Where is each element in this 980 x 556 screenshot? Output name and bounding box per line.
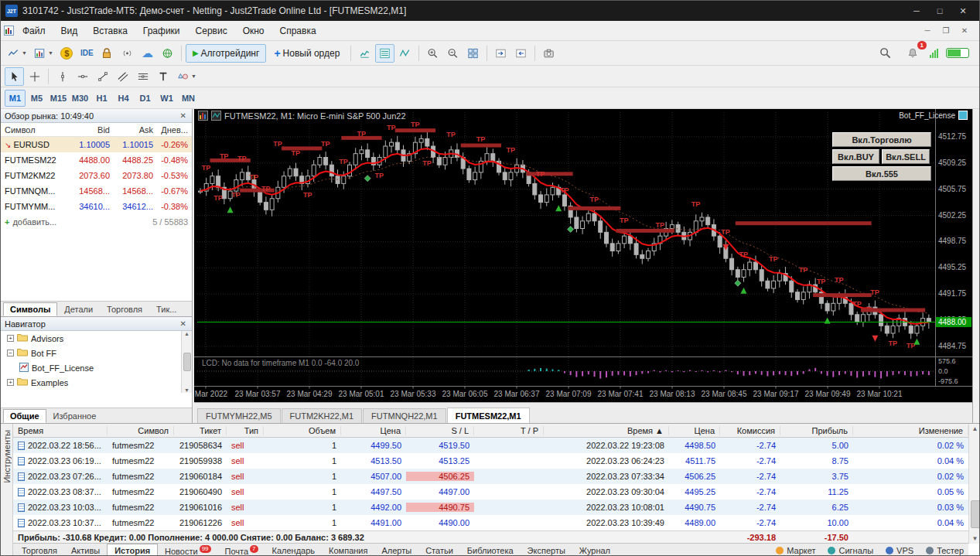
- text-tool-button[interactable]: [153, 67, 172, 86]
- timeframe-button-m5[interactable]: M5: [26, 90, 47, 107]
- navigator-item-bot-ff-license[interactable]: Bot_FF_License: [1, 360, 192, 375]
- timeframe-button-w1[interactable]: W1: [156, 90, 177, 107]
- toolbox-vertical-title[interactable]: Инструменты: [1, 424, 13, 556]
- history-column-2[interactable]: Тикет: [174, 426, 227, 435]
- navigator-item-examples[interactable]: +Examples: [1, 375, 192, 390]
- toolbox-tab-почта[interactable]: Почта7: [218, 544, 265, 556]
- status-item-market[interactable]: Маркет: [776, 546, 815, 555]
- scroll-up-icon[interactable]: ▲: [184, 331, 190, 336]
- collapse-icon[interactable]: −: [7, 350, 14, 356]
- market-watch-row[interactable]: FUTM2KM222073.602073.80-0.53%: [1, 168, 192, 183]
- zoom-in-button[interactable]: [423, 44, 442, 63]
- timeframe-button-mn[interactable]: MN: [178, 90, 199, 107]
- history-column-4[interactable]: Объем: [264, 426, 341, 435]
- history-row[interactable]: 2022.03.23 07:26...futmesm22219060184sel…: [13, 469, 968, 484]
- history-column-5[interactable]: Цена: [341, 426, 406, 435]
- history-column-9[interactable]: Цена: [669, 426, 720, 435]
- history-column-1[interactable]: Символ: [108, 426, 174, 435]
- toggle-555-button[interactable]: Вкл.555: [832, 166, 931, 181]
- tab-Тик...[interactable]: Тик...: [149, 302, 183, 316]
- toolbox-tab-календарь[interactable]: Календарь: [265, 545, 323, 556]
- menu-item-insert[interactable]: Вставка: [86, 23, 135, 39]
- tab-Общие[interactable]: Общие: [3, 409, 46, 423]
- menu-item-service[interactable]: Сервис: [189, 23, 234, 39]
- chart-tab-futmesm22-m1[interactable]: FUTMESM22,M1: [447, 408, 530, 423]
- shapes-tool-button[interactable]: ▼: [173, 67, 200, 86]
- dock-left-button[interactable]: [511, 44, 531, 63]
- status-item-tester[interactable]: Тестер: [926, 546, 964, 555]
- toolbox-tab-активы[interactable]: Активы: [64, 545, 107, 556]
- market-watch-row[interactable]: ↘EURUSD1.100051.10015-0.26%: [1, 137, 192, 152]
- navigator-item-bot-ff[interactable]: −Bot FF: [1, 346, 192, 360]
- column-symbol[interactable]: Символ: [1, 125, 72, 135]
- toolbox-tab-журнал[interactable]: Журнал: [572, 545, 617, 556]
- toggle-buy-button[interactable]: Вкл.BUY: [832, 149, 879, 164]
- metaeditor-button[interactable]: IDE: [77, 44, 97, 63]
- algo-trading-button[interactable]: ▶ Алготрейдинг: [186, 44, 267, 63]
- timeframe-button-h4[interactable]: H4: [113, 90, 134, 107]
- screenshot-button[interactable]: [539, 44, 558, 63]
- navigator-item-advisors[interactable]: +Advisors: [1, 331, 192, 346]
- menu-item-view[interactable]: Вид: [54, 23, 85, 39]
- toolbox-tab-эксперты[interactable]: Эксперты: [521, 545, 572, 556]
- history-column-6[interactable]: S / L: [406, 426, 474, 435]
- dock-right-button[interactable]: [491, 44, 510, 63]
- menu-item-help[interactable]: Справка: [273, 23, 323, 39]
- timeframe-button-d1[interactable]: D1: [135, 90, 155, 107]
- close-icon[interactable]: ✕: [179, 319, 188, 328]
- menu-item-window[interactable]: Окно: [236, 23, 271, 39]
- new-order-button[interactable]: + Новый ордер: [267, 44, 347, 63]
- status-item-signals[interactable]: Сигналы: [828, 546, 873, 555]
- column-daily[interactable]: Днев...: [157, 125, 192, 135]
- market-watch-row[interactable]: FUTMNQM...14568...14568...-0.67%: [1, 183, 192, 199]
- history-row[interactable]: 2022.03.23 06:19...futmesm22219059938sel…: [13, 453, 968, 469]
- timeframe-button-m1[interactable]: M1: [5, 90, 26, 107]
- history-column-7[interactable]: T / P: [474, 426, 544, 435]
- history-row[interactable]: 2022.03.22 18:56...futmesm22219058634sel…: [13, 438, 968, 453]
- new-chart-button[interactable]: ▼: [31, 44, 56, 63]
- column-bid[interactable]: Bid: [72, 125, 114, 135]
- status-item-vps[interactable]: VPS: [886, 546, 913, 555]
- crosshair-tool-button[interactable]: [25, 67, 44, 86]
- trendline-tool-button[interactable]: [93, 67, 112, 86]
- search-button[interactable]: [876, 44, 895, 63]
- history-scrollbar[interactable]: ▲ ▼: [968, 424, 980, 544]
- market-depth-button[interactable]: [375, 44, 394, 63]
- scroll-down-icon[interactable]: ▼: [184, 387, 190, 393]
- history-row[interactable]: 2022.03.23 08:37...futmesm22219060490sel…: [13, 484, 968, 500]
- tile-windows-button[interactable]: [463, 44, 483, 63]
- connection-level-icon[interactable]: [946, 48, 969, 58]
- zigzag-button[interactable]: [395, 44, 415, 63]
- scroll-thumb[interactable]: [971, 500, 980, 528]
- history-row[interactable]: 2022.03.23 10:37...futmesm22219061226sel…: [13, 515, 968, 530]
- menu-item-charts[interactable]: Графики: [136, 23, 187, 39]
- cloud-button[interactable]: ☁: [138, 44, 157, 63]
- lock-button[interactable]: [97, 44, 117, 63]
- market-watch-row[interactable]: FUTMESM224488.004488.25-0.48%: [1, 152, 192, 168]
- broadcast-button[interactable]: [118, 44, 137, 63]
- chart-tab-futmymh22-m5[interactable]: FUTMYMH22,M5: [197, 408, 281, 423]
- tab-Избранное[interactable]: Избранное: [46, 409, 104, 423]
- history-row[interactable]: 2022.03.23 10:03...futmesm22219061016sel…: [13, 500, 968, 515]
- tab-Символы[interactable]: Символы: [3, 302, 57, 316]
- minimize-button[interactable]: ─: [905, 2, 928, 19]
- deposit-button[interactable]: $: [57, 44, 77, 63]
- child-minimize-button[interactable]: ─: [919, 24, 936, 38]
- tick-chart-button[interactable]: [355, 44, 374, 63]
- toolbox-tab-история[interactable]: История: [107, 544, 158, 556]
- scroll-up-icon[interactable]: ▲: [972, 425, 978, 432]
- equidistant-tool-button[interactable]: [133, 67, 152, 86]
- vertical-line-tool-button[interactable]: [53, 67, 72, 86]
- chart-tab-futmnqh22-m1[interactable]: FUTMNQH22,M1: [363, 408, 446, 423]
- toolbox-tab-новости[interactable]: Новости99: [158, 544, 218, 556]
- timeframe-button-h1[interactable]: H1: [91, 90, 112, 107]
- timeframe-button-m30[interactable]: M30: [70, 90, 90, 107]
- add-symbol-row[interactable]: + добавить... 5 / 55883: [1, 214, 192, 230]
- history-column-11[interactable]: Прибыль: [780, 426, 853, 435]
- child-restore-button[interactable]: ❐: [937, 24, 954, 38]
- channel-tool-button[interactable]: [113, 67, 132, 86]
- horizontal-line-tool-button[interactable]: [73, 67, 92, 86]
- toggle-trading-button[interactable]: Вкл.Торговлю: [832, 132, 931, 147]
- menu-item-file[interactable]: Файл: [15, 23, 53, 39]
- market-watch-row[interactable]: FUTMYMM...34610...34612...-0.38%: [1, 199, 192, 214]
